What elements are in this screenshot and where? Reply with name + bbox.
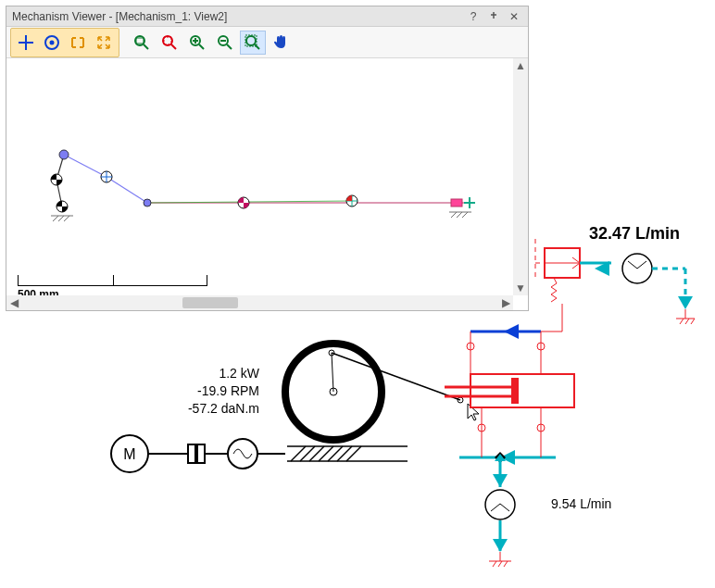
scroll-up-icon[interactable]: ▲ (513, 58, 528, 73)
svg-line-73 (199, 44, 204, 49)
svg-line-14 (300, 446, 315, 461)
drive-train: M (111, 435, 408, 472)
svg-point-95 (144, 199, 151, 206)
svg-point-39 (537, 343, 545, 350)
close-button[interactable]: ✕ (506, 9, 522, 24)
svg-marker-51 (495, 452, 506, 463)
flywheel (285, 344, 382, 440)
svg-point-2 (329, 350, 334, 356)
svg-line-84 (107, 177, 147, 203)
pin-button[interactable] (485, 9, 502, 24)
svg-line-34 (691, 319, 695, 324)
svg-rect-9 (197, 444, 205, 463)
svg-line-71 (171, 44, 176, 49)
mechanism-viewer-panel: Mechanism Viewer - [Mechanism_1: View2] … (6, 6, 529, 311)
scroll-right-icon[interactable]: ▶ (498, 295, 513, 310)
svg-point-66 (50, 40, 55, 44)
vertical-scrollbar[interactable]: ▲ ▼ (513, 58, 528, 295)
svg-rect-88 (451, 199, 462, 206)
svg-line-32 (680, 319, 684, 324)
zoom-fit-tool[interactable] (129, 31, 155, 55)
svg-line-60 (493, 561, 496, 567)
svg-line-33 (685, 319, 689, 324)
svg-rect-69 (136, 38, 144, 44)
flow-rate-top-label: 32.47 L/min (574, 222, 695, 244)
pan-tool[interactable] (268, 31, 294, 55)
motor-readout: 1.2 kW -19.9 RPM -57.2 daN.m (167, 365, 259, 418)
svg-line-68 (144, 44, 148, 49)
crosshair-tool[interactable] (13, 31, 39, 55)
svg-line-108 (457, 212, 462, 218)
svg-rect-22 (545, 248, 580, 278)
zoom-window-tool[interactable] (157, 31, 182, 55)
scroll-thumb[interactable] (182, 297, 238, 308)
power-label: 1.2 kW (167, 365, 259, 382)
svg-point-11 (228, 439, 257, 469)
horizontal-scrollbar[interactable]: ◀ ▶ (6, 295, 513, 310)
svg-rect-42 (470, 374, 574, 407)
svg-line-18 (337, 446, 352, 461)
zoom-in-tool[interactable] (184, 31, 210, 55)
svg-line-19 (346, 446, 361, 461)
svg-point-38 (467, 343, 474, 350)
svg-point-49 (537, 424, 545, 432)
speed-label: -19.9 RPM (167, 382, 259, 400)
svg-point-4 (458, 397, 463, 403)
svg-line-107 (451, 212, 457, 218)
marker-tool-group (10, 28, 119, 57)
svg-line-62 (504, 561, 508, 567)
svg-point-56 (485, 490, 515, 519)
titlebar: Mechanism Viewer - [Mechanism_1: View2] … (6, 6, 528, 27)
svg-line-109 (462, 212, 468, 218)
svg-line-17 (328, 446, 343, 461)
svg-line-103 (53, 216, 58, 221)
svg-line-15 (309, 446, 324, 461)
torque-label: -57.2 daN.m (167, 400, 259, 418)
toolbar (6, 27, 528, 58)
svg-line-61 (498, 561, 502, 567)
flow-rate-bottom-label: 9.54 L/min (551, 495, 634, 513)
svg-point-5 (111, 435, 148, 472)
svg-point-48 (478, 424, 485, 432)
svg-line-13 (291, 446, 306, 461)
svg-line-83 (64, 155, 107, 177)
svg-rect-8 (188, 444, 195, 463)
svg-point-79 (246, 36, 256, 45)
svg-line-104 (58, 216, 64, 221)
zoom-select-tool[interactable] (240, 31, 266, 55)
window-title: Mechanism Viewer - [Mechanism_1: View2] (12, 10, 461, 23)
expand-tool[interactable] (91, 31, 117, 55)
svg-marker-54 (495, 454, 506, 461)
svg-point-27 (622, 254, 652, 283)
svg-point-89 (59, 150, 69, 159)
svg-line-16 (319, 446, 333, 461)
scroll-left-icon[interactable]: ◀ (6, 295, 21, 310)
help-button[interactable]: ? (465, 9, 482, 24)
svg-point-0 (330, 388, 337, 395)
svg-line-1 (332, 353, 333, 392)
zoom-out-tool[interactable] (212, 31, 238, 55)
svg-line-3 (332, 353, 460, 400)
svg-rect-43 (511, 378, 519, 404)
mechanism-viewport[interactable]: 500 mm ▲ ▼ ◀ ▶ (6, 58, 528, 310)
svg-text:M: M (123, 446, 135, 462)
scroll-down-icon[interactable]: ▼ (513, 281, 528, 295)
target-tool[interactable] (39, 31, 65, 55)
scale-bar: 500 mm (18, 271, 207, 286)
svg-line-105 (64, 216, 69, 221)
svg-line-77 (227, 44, 232, 49)
bracket-tool[interactable] (65, 31, 91, 55)
cursor-icon (468, 404, 479, 420)
